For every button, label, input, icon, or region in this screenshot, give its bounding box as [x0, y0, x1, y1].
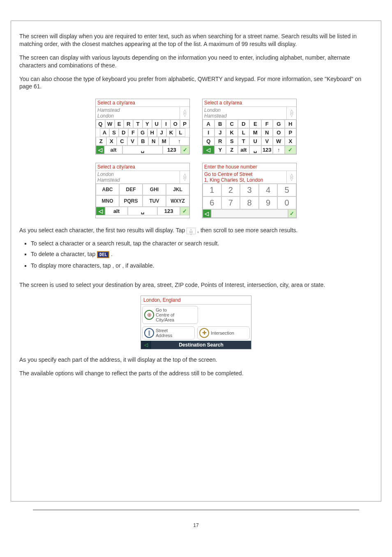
key-o[interactable]: O: [171, 120, 180, 128]
key-wxyz[interactable]: WXYZ: [166, 195, 189, 207]
key-d[interactable]: D: [238, 120, 250, 128]
key-9[interactable]: 9: [259, 196, 278, 209]
key-jkl[interactable]: JKL: [166, 184, 189, 195]
key-d[interactable]: D: [119, 128, 128, 137]
check-icon[interactable]: ✓: [288, 209, 297, 218]
key-8[interactable]: 8: [240, 196, 259, 209]
key-4[interactable]: 4: [259, 184, 278, 196]
go-to-centre-button[interactable]: ⊕ Go to Centre of City/Area: [142, 306, 198, 324]
key-o[interactable]: O: [273, 128, 285, 137]
alt-key[interactable]: alt: [104, 146, 122, 154]
num-key[interactable]: 123: [261, 146, 273, 154]
key-t[interactable]: T: [133, 120, 143, 128]
key-abc[interactable]: ABC: [96, 184, 119, 195]
key-k[interactable]: K: [226, 128, 238, 137]
key-r[interactable]: R: [124, 120, 133, 128]
key-f[interactable]: F: [261, 120, 273, 128]
key-p[interactable]: P: [180, 120, 189, 128]
key-i[interactable]: I: [203, 128, 214, 137]
key-a[interactable]: A: [203, 120, 214, 128]
key-2[interactable]: 2: [221, 184, 240, 196]
result-line-2[interactable]: Hamstead: [97, 177, 178, 183]
key-t[interactable]: T: [238, 137, 250, 146]
key-b[interactable]: B: [214, 120, 226, 128]
space-key[interactable]: ␣: [128, 207, 157, 215]
key-s[interactable]: S: [109, 128, 119, 137]
key-s[interactable]: S: [226, 137, 238, 146]
key-k[interactable]: K: [166, 128, 176, 137]
key-r[interactable]: R: [214, 137, 226, 146]
intersection-button[interactable]: ✚ Intersection: [197, 326, 250, 340]
result-line-2[interactable]: Hamstead: [204, 113, 285, 119]
back-icon[interactable]: ◁: [141, 341, 151, 349]
key-f[interactable]: F: [128, 128, 138, 137]
key-v[interactable]: V: [127, 137, 138, 146]
scroll-updown-icon[interactable]: △▽: [286, 107, 296, 119]
key-w[interactable]: W: [105, 120, 115, 128]
back-icon[interactable]: ◁: [203, 146, 214, 154]
num-key[interactable]: 123: [163, 146, 181, 154]
result-line-2[interactable]: London: [97, 113, 178, 119]
street-address-button[interactable]: ∥ Street Address: [142, 326, 195, 340]
key-b[interactable]: B: [138, 137, 148, 146]
shift-icon[interactable]: ↑: [273, 146, 285, 154]
key-w[interactable]: W: [273, 137, 285, 146]
key-mno[interactable]: MNO: [96, 195, 119, 207]
key-x[interactable]: X: [285, 137, 297, 146]
key-u[interactable]: U: [152, 120, 161, 128]
scroll-updown-icon[interactable]: △▽: [180, 107, 189, 119]
key-j[interactable]: J: [157, 128, 166, 137]
key-m[interactable]: M: [159, 137, 169, 146]
check-icon[interactable]: ✓: [285, 146, 297, 154]
alt-key[interactable]: alt: [105, 207, 128, 215]
result-line-1[interactable]: London: [97, 171, 114, 177]
key-v[interactable]: V: [261, 137, 273, 146]
key-c[interactable]: C: [226, 120, 238, 128]
key-ghi[interactable]: GHI: [143, 184, 166, 195]
check-icon[interactable]: ✓: [181, 146, 189, 154]
space-key[interactable]: ␣: [249, 146, 261, 154]
key-0[interactable]: 0: [277, 196, 296, 209]
key-e[interactable]: E: [115, 120, 124, 128]
key-m[interactable]: M: [249, 128, 261, 137]
num-key[interactable]: 123: [157, 207, 180, 215]
alt-key[interactable]: alt: [238, 146, 250, 154]
key-x[interactable]: X: [106, 137, 117, 146]
back-icon[interactable]: ◁: [203, 209, 211, 218]
result-line-2[interactable]: 1, King Charles St, London: [204, 177, 285, 183]
result-line-1[interactable]: London: [204, 107, 221, 113]
back-icon[interactable]: ◁: [96, 207, 105, 215]
key-q[interactable]: Q: [96, 120, 105, 128]
key-l[interactable]: L: [238, 128, 250, 137]
check-icon[interactable]: ✓: [180, 207, 189, 215]
key-h[interactable]: H: [285, 120, 297, 128]
key-z[interactable]: Z: [96, 137, 106, 146]
key-z[interactable]: Z: [226, 146, 238, 154]
key-tuv[interactable]: TUV: [143, 195, 166, 207]
space-key[interactable]: ␣: [122, 146, 163, 154]
key-i[interactable]: I: [161, 120, 171, 128]
key-j[interactable]: J: [214, 128, 226, 137]
key-pqrs[interactable]: PQRS: [119, 195, 143, 207]
key-3[interactable]: 3: [240, 184, 259, 196]
key-6[interactable]: 6: [203, 196, 221, 209]
key-u[interactable]: U: [249, 137, 261, 146]
key-def[interactable]: DEF: [119, 184, 143, 195]
result-line-1[interactable]: Go to Centre of Street: [204, 171, 252, 177]
key-e[interactable]: E: [249, 120, 261, 128]
key-q[interactable]: Q: [203, 137, 214, 146]
key-g[interactable]: G: [138, 128, 147, 137]
key-y[interactable]: Y: [214, 146, 226, 154]
key-7[interactable]: 7: [221, 196, 240, 209]
key-5[interactable]: 5: [277, 184, 296, 196]
scroll-updown-icon[interactable]: △▽: [286, 171, 296, 183]
scroll-updown-icon[interactable]: △▽: [180, 171, 189, 183]
key-n[interactable]: N: [148, 137, 159, 146]
key-g[interactable]: G: [273, 120, 285, 128]
key-n[interactable]: N: [261, 128, 273, 137]
key-y[interactable]: Y: [143, 120, 152, 128]
key-h[interactable]: H: [148, 128, 157, 137]
result-line-1[interactable]: Hamstead: [97, 107, 120, 113]
key-a[interactable]: A: [100, 128, 109, 137]
key-l[interactable]: L: [176, 128, 185, 137]
